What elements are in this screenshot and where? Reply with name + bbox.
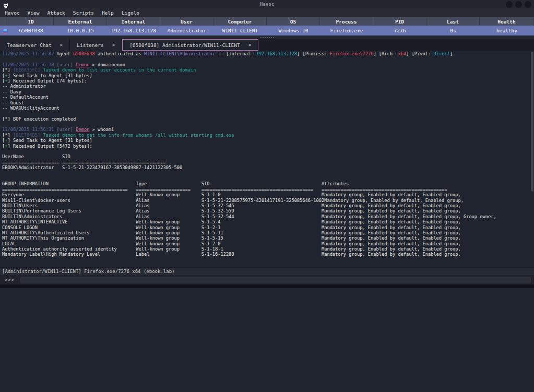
menu-help[interactable]: Help	[102, 10, 114, 16]
console-line	[2, 171, 534, 176]
session-computer: WIN11-CLIENT	[213, 26, 267, 35]
session-external: 10.0.0.15	[54, 26, 107, 35]
console-line: Win11-Client\docker-users Alias S-1-5-21…	[2, 198, 534, 203]
console-line: [+] Send Task to Agent [31 bytes]	[2, 73, 534, 78]
column-last[interactable]: Last	[426, 17, 480, 26]
console-line: 11/06/2025 11:56:31 [user] Demon » whoam…	[2, 127, 534, 132]
console-line: Everyone Well-known group S-1-1-0 Mandat…	[2, 192, 534, 197]
maximize-button[interactable]	[515, 1, 522, 8]
session-id: 6500f038	[8, 26, 54, 35]
console-line	[2, 111, 534, 116]
command-input-row: >>>	[0, 275, 534, 284]
console-line: [+] Send Task to Agent [31 bytes]	[2, 138, 534, 143]
console-line: CONSOLE LOGON Well-known group S-1-2-1 M…	[2, 225, 534, 230]
console-line: BUILTIN\Users Alias S-1-5-32-545 Mandato…	[2, 203, 534, 208]
console-line: NT AUTHORITY\INTERACTIVE Well-known grou…	[2, 219, 534, 224]
column-os[interactable]: OS	[267, 17, 320, 26]
menu-scripts[interactable]: Scripts	[73, 10, 94, 16]
console-line: [*] [B1E764D5] Tasked demon to get the i…	[2, 133, 534, 138]
console-line: BUILTIN\Administrators Alias S-1-5-32-54…	[2, 214, 534, 219]
titlebar: Havoc	[0, 0, 534, 8]
console-line: 11/06/2025 11:56:10 [user] Demon » domai…	[2, 62, 534, 67]
console-line: -- Davy	[2, 89, 534, 94]
console-line: [*] BOF execution completed	[2, 116, 534, 122]
console-line: -- DefaultAccount	[2, 94, 534, 100]
menu-view[interactable]: View	[28, 10, 40, 16]
console-line: [+] Received Output [74 bytes]:	[2, 78, 534, 84]
window-title: Havoc	[0, 2, 534, 7]
console-line: 11/06/2025 11:56:02 Agent 6500F038 authe…	[2, 51, 534, 56]
console-line	[2, 149, 534, 154]
session-internal: 192.168.113.128	[107, 26, 160, 35]
splitter-handle-icon	[260, 37, 274, 38]
session-row[interactable]: 6500f038 10.0.0.15 192.168.113.128 Admin…	[0, 26, 534, 35]
minimize-button[interactable]	[506, 1, 513, 8]
tab-teamserver-chat[interactable]: Teamserver Chat ✕	[0, 39, 70, 51]
session-table-header: ID External Internal User Computer OS Pr…	[0, 17, 534, 26]
console-line: [+] Received Output [5472 bytes]:	[2, 144, 534, 149]
column-health[interactable]: Health	[480, 17, 534, 26]
console-line: BUILTIN\Performance Log Users Alias S-1-…	[2, 208, 534, 213]
column-computer[interactable]: Computer	[213, 17, 267, 26]
menu-havoc[interactable]: Havoc	[5, 10, 20, 16]
console-line: EBOOK\Administrator S-1-5-21-223479167-3…	[2, 165, 534, 170]
console-line: Mandatory Label\High Mandatory Level Lab…	[2, 252, 534, 257]
menu-attack[interactable]: Attack	[48, 10, 65, 16]
console-line: Authentication authority asserted identi…	[2, 246, 534, 252]
close-button[interactable]	[525, 1, 531, 8]
console-scrollbar[interactable]	[530, 51, 534, 267]
tab-listeners[interactable]: Listeners ✕	[70, 39, 122, 51]
agent-console-output[interactable]: 11/06/2025 11:56:02 Agent 6500F038 authe…	[0, 51, 534, 267]
console-line	[2, 176, 534, 181]
menu-bar: Havoc View Attack Scripts Help Ligolo	[0, 8, 534, 17]
console-line: NT AUTHORITY\This Organization Well-know…	[2, 235, 534, 241]
console-line: -- Administrator	[2, 84, 534, 89]
session-os: Windows 10	[267, 26, 320, 35]
session-pid: 7276	[373, 26, 426, 35]
prompt-label: >>>	[5, 277, 15, 282]
console-line	[2, 122, 534, 127]
column-internal[interactable]: Internal	[107, 17, 160, 26]
close-icon[interactable]: ✕	[248, 42, 251, 47]
console-line: ===================== ==================…	[2, 160, 534, 165]
scrollbar-thumb[interactable]	[531, 52, 533, 192]
console-line: [*] [BE8A35FC] Tasked demon to list user…	[2, 67, 534, 73]
column-id[interactable]: ID	[8, 17, 54, 26]
agent-demon-icon	[2, 28, 8, 34]
session-status-bar: [Administrator/WIN11-CLIENT] Firefox.exe…	[0, 267, 534, 275]
console-line: NT AUTHORITY\Authenticated Users Well-kn…	[2, 230, 534, 235]
session-table: ID External Internal User Computer OS Pr…	[0, 17, 534, 35]
column-external[interactable]: External	[54, 17, 107, 26]
close-icon[interactable]: ✕	[60, 42, 63, 47]
console-line: UserName SID	[2, 154, 534, 159]
console-line: ========================================…	[2, 187, 534, 192]
session-process: Firefox.exe	[320, 26, 373, 35]
bottom-strip	[0, 284, 534, 288]
console-line: -- Guest	[2, 100, 534, 105]
tab-agent-session[interactable]: [6500f038] Administrator/WIN11-CLIENT ✕	[122, 39, 258, 51]
column-pid[interactable]: PID	[373, 17, 426, 26]
close-icon[interactable]: ✕	[112, 42, 115, 47]
column-process[interactable]: Process	[320, 17, 373, 26]
console-line: GROUP INFORMATION Type SID Attributes	[2, 181, 534, 186]
tab-bar: Teamserver Chat ✕ Listeners ✕ [6500f038]…	[0, 39, 534, 51]
session-status-text: [Administrator/WIN11-CLIENT] Firefox.exe…	[2, 269, 175, 274]
session-health: healthy	[480, 26, 534, 35]
console-line: -- WDAGUtilityAccount	[2, 105, 534, 111]
session-user: Administrator	[160, 26, 213, 35]
console-line	[2, 56, 534, 62]
session-last: 0s	[426, 26, 480, 35]
console-line: LOCAL Well-known group S-1-2-0 Mandatory…	[2, 241, 534, 246]
havoc-window: Havoc Havoc View Attack Scripts Help Lig…	[0, 0, 534, 392]
column-user[interactable]: User	[160, 17, 213, 26]
menu-ligolo[interactable]: Ligolo	[122, 10, 139, 16]
pane-splitter[interactable]	[0, 35, 534, 39]
command-input[interactable]	[20, 277, 531, 283]
column-icon	[0, 17, 8, 26]
